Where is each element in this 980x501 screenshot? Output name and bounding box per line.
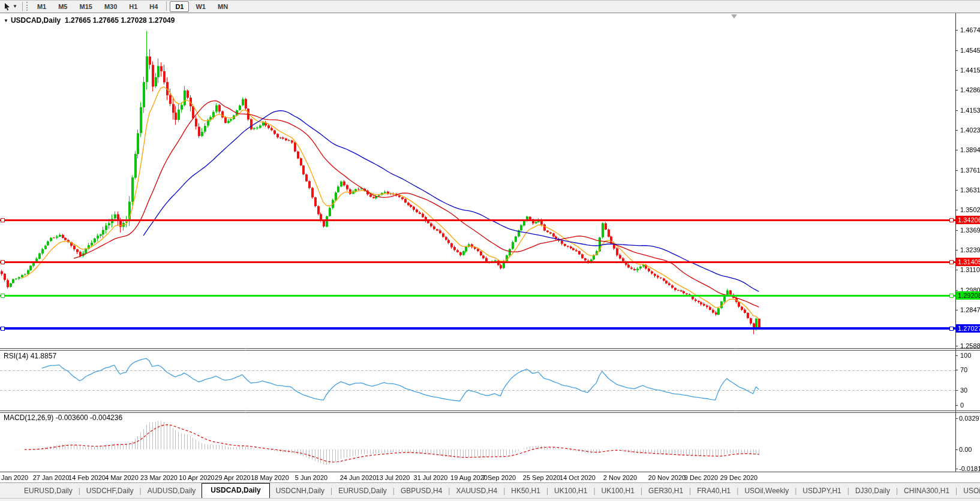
timeframe-button-d1[interactable]: D1	[170, 1, 189, 12]
timeframe-button-m15[interactable]: M15	[74, 1, 97, 12]
date-axis-label: 14 Oct 2020	[560, 474, 596, 481]
window-bottom-edge	[0, 498, 980, 501]
price-axis-label: 1.41530	[960, 107, 980, 114]
price-axis-label: 1.46745	[960, 26, 980, 34]
price-axis-label: 1.31100	[960, 266, 980, 273]
date-axis-label: 5 Jun 2020	[295, 474, 327, 481]
price-axis-label: 1.33690	[960, 227, 980, 234]
collapse-indicator-icon: ▼	[4, 18, 8, 23]
date-axis-label: 14 Feb 2020	[68, 474, 106, 481]
timeframe-button-group: M1M5M15M30H1H4D1W1MN	[31, 1, 234, 12]
chart-tab-usdchf-daily[interactable]: USDCHF,Daily	[80, 484, 140, 498]
chart-tab-xauusd-h4[interactable]: XAUUSD,H4	[450, 484, 503, 498]
price-axis-label: 1.40235	[960, 126, 980, 134]
rsi-axis-label: 30	[960, 387, 967, 394]
chart-tab-ger30-h1[interactable]: GER30,H1	[642, 484, 689, 498]
chart-tab-eurusd-daily[interactable]: EURUSD,Daily	[332, 484, 393, 498]
chart-tab-usdcnh-daily[interactable]: USDCNH,Daily	[270, 484, 330, 498]
timeframe-button-m1[interactable]: M1	[32, 1, 52, 12]
macd-axis-label: 0.032972	[959, 415, 980, 422]
price-line-badge: 1.27027	[956, 324, 980, 333]
date-axis-label: 10 Apr 2020	[179, 474, 214, 481]
rsi-axis-label: 100	[960, 352, 971, 359]
cursor-tool-button[interactable]: ▼	[1, 2, 20, 11]
price-axis-label: 1.38940	[960, 146, 980, 153]
price-axis-label: 1.45450	[960, 47, 980, 54]
chart-tab-usdcad-daily[interactable]: USDCAD,Daily	[202, 483, 269, 498]
chart-tab-uk100-h1[interactable]: UK100,H1	[596, 484, 641, 498]
timeframe-button-m5[interactable]: M5	[53, 1, 73, 12]
chart-tab-china300-h1[interactable]: CHINA300,H1	[898, 484, 955, 498]
date-axis-label: 4 Mar 2020	[105, 474, 139, 481]
chart-ohlc-readout: 1.27665 1.27665 1.27028 1.27049	[65, 16, 175, 25]
chevron-down-icon: ▼	[13, 4, 17, 9]
timeframe-button-w1[interactable]: W1	[190, 1, 211, 12]
timeframe-button-mn[interactable]: MN	[212, 1, 233, 12]
date-axis-label: 7 Sep 2020	[482, 474, 516, 481]
toolbar-separator	[22, 2, 23, 11]
chart-tab-eurusd-daily[interactable]: EURUSD,Daily	[18, 484, 79, 498]
timeframe-button-m30[interactable]: M30	[99, 1, 122, 12]
date-axis-label: 13 Jul 2020	[376, 474, 410, 481]
chart-tab-hk50-h1[interactable]: HK50,H1	[505, 484, 546, 498]
date-axis-label: 20 Nov 2020	[648, 474, 686, 481]
macd-axis-label: -0.018154	[959, 465, 980, 472]
price-axis-label: 1.36315	[960, 186, 980, 194]
macd-axis-label: 0.00	[959, 446, 972, 453]
price-axis-label: 1.32395	[960, 246, 980, 253]
price-axis-label: 1.44155	[960, 67, 980, 74]
date-axis-label: 23 Mar 2020	[140, 474, 178, 481]
chart-tabs: EURUSD,Daily|USDCHF,Daily|AUDUSD,DailyUS…	[18, 483, 980, 498]
price-axis-label: 1.35020	[960, 206, 980, 213]
price-axis-label: 1.37610	[960, 167, 980, 174]
chart-tab-dj30-daily[interactable]: DJ30,Daily	[849, 484, 896, 498]
timeframe-button-h4[interactable]: H4	[144, 1, 163, 12]
timeframe-button-h1[interactable]: H1	[124, 1, 143, 12]
chart-tab-audusd-daily[interactable]: AUDUSD,Daily	[142, 484, 202, 498]
rsi-indicator-label: RSI(14) 41.8857	[4, 352, 56, 360]
chart-shift-marker-icon[interactable]	[731, 14, 737, 19]
date-axis-label: 31 Jul 2020	[414, 474, 448, 481]
chart-tab-gbpusd-h4[interactable]: GBPUSD,H4	[395, 484, 448, 498]
chart-symbol-period: USDCAD,Daily	[11, 16, 61, 25]
date-axis-label: 2 Nov 2020	[603, 474, 637, 481]
date-axis-label: 27 Jan 2020	[33, 474, 70, 481]
chart-tab-fra40-h1[interactable]: FRA40,H1	[691, 484, 736, 498]
date-axis-label: 18 May 2020	[251, 474, 289, 481]
chart-window: ▼USDCAD,Daily 1.27665 1.27665 1.27028 1.…	[0, 13, 980, 482]
chart-tab-usoil-weekly[interactable]: USOil,Weekly	[738, 484, 795, 498]
price-axis-label: 1.25885	[960, 342, 980, 349]
price-line-badge: 1.31405	[956, 258, 980, 266]
macd-indicator-label: MACD(12,26,9) -0.003600 -0.004236	[4, 414, 122, 422]
cursor-icon	[4, 2, 11, 11]
price-line-badge: 1.29208	[956, 291, 980, 300]
date-axis-label: 29 Dec 2020	[720, 474, 757, 481]
date-axis-label: 24 Jun 2020	[340, 474, 377, 481]
chart-toolbar: ▼ M1M5M15M30H1H4D1W1MN	[0, 0, 980, 13]
chart-tab-uk100-h1[interactable]: UK100,H1	[548, 484, 593, 498]
price-axis-label: 1.28475	[960, 306, 980, 313]
date-axis-label: 8 Jan 2020	[0, 474, 28, 481]
toolbar-drag-grip[interactable]	[26, 2, 29, 11]
date-axis-label: 29 Apr 2020	[215, 474, 250, 481]
chart-title: ▼USDCAD,Daily 1.27665 1.27665 1.27028 1.…	[4, 16, 175, 25]
chart-tab-usoil-[interactable]: USOil,	[957, 484, 980, 498]
toolbar-separator	[166, 1, 167, 11]
price-line-badge: 1.34206	[956, 216, 980, 224]
price-axis-label: 1.42860	[960, 86, 980, 93]
rsi-axis-label: 0	[960, 402, 964, 409]
rsi-axis-label: 70	[960, 366, 967, 373]
date-axis-label: 25 Sep 2020	[523, 474, 560, 481]
chart-tab-usdjpy-h1[interactable]: USDJPY,H1	[796, 484, 847, 498]
date-axis-label: 9 Dec 2020	[684, 474, 718, 481]
price-chart-canvas[interactable]	[0, 13, 980, 482]
chart-tab-bar: EURUSD,Daily|USDCHF,Daily|AUDUSD,DailyUS…	[0, 482, 980, 498]
